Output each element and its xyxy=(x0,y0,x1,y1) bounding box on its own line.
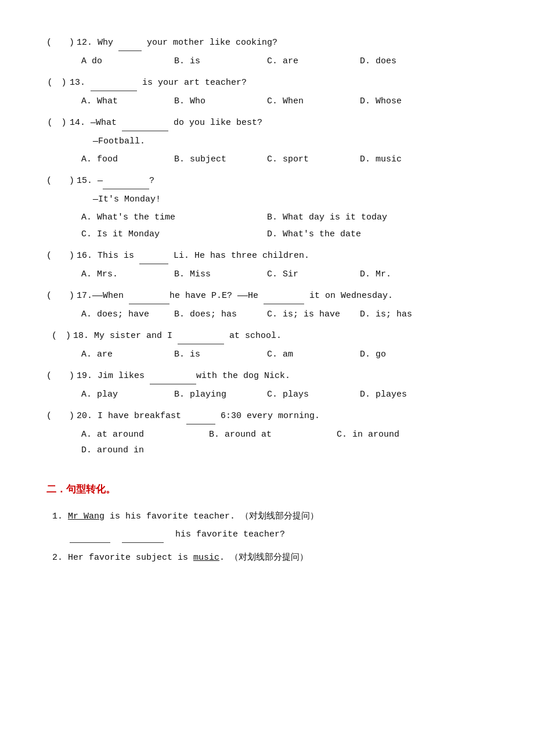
q18-optA: A. are xyxy=(81,347,174,362)
q13-optD: D. Whose xyxy=(360,93,453,109)
q12-blank xyxy=(118,35,142,51)
question-17: ( ) 17.——When he have P.E? ——He it on We… xyxy=(46,288,488,322)
q18-optC: C. am xyxy=(267,347,360,362)
q17-optC: C. is; is have xyxy=(267,307,360,322)
q12-optD: D. does xyxy=(360,53,453,69)
q20-text: 20. I have breakfast 6:30 every morning. xyxy=(77,408,320,424)
q13-paren: ( ) xyxy=(46,75,67,91)
q13-blank xyxy=(91,75,137,91)
q19-options: A. play B. playing C. plays D. playes xyxy=(46,387,488,402)
q15-text: 15. — ? xyxy=(77,173,154,189)
sub-q2-line: 2. Her favorite subject is music. （对划线部分… xyxy=(52,550,488,566)
q12-optC: C. are xyxy=(267,53,360,69)
sub-q1-line: 1. Mr Wang is his favorite teacher. （对划线… xyxy=(52,509,488,524)
q18-blank xyxy=(178,328,224,344)
q14-blank xyxy=(122,115,168,131)
q13-optB: B. Who xyxy=(174,93,267,109)
q19-optB: B. playing xyxy=(174,387,267,402)
q20-optC: C. in around xyxy=(337,427,464,442)
q20-paren: ( ) xyxy=(46,408,74,424)
q18-options: A. are B. is C. am D. go xyxy=(46,347,488,362)
sub-q1-rest: his favorite teacher? xyxy=(175,527,285,543)
q14-paren: ( ) xyxy=(46,115,67,131)
q13-optC: C. When xyxy=(267,93,360,109)
sub-question-2: 2. Her favorite subject is music. （对划线部分… xyxy=(46,550,488,566)
q12-paren: ( ) xyxy=(46,35,74,51)
q14-optA: A. food xyxy=(81,152,174,167)
section2-title: 二．句型转化。 xyxy=(46,481,488,499)
q15-optB: B. What day is it today xyxy=(267,210,453,225)
q16-blank xyxy=(139,248,168,264)
sub-q2-underline: music xyxy=(193,553,219,563)
q17-blank2 xyxy=(264,288,304,304)
q20-options: A. at around B. around at C. in around D… xyxy=(46,427,488,458)
q17-text: 17.——When he have P.E? ——He it on Wednes… xyxy=(77,288,393,304)
q16-text: 16. This is Li. He has three children. xyxy=(77,248,309,264)
q12-optA: A do xyxy=(81,53,174,69)
q15-blank xyxy=(103,173,149,189)
q14-optC: C. sport xyxy=(267,152,360,167)
q12-optB: B. is xyxy=(174,53,267,69)
q17-optB: B. does; has xyxy=(174,307,267,322)
q19-text: 19. Jim likes with the dog Nick. xyxy=(77,368,290,384)
q16-optD: D. Mr. xyxy=(360,267,453,282)
q19-blank xyxy=(150,368,196,384)
q17-options: A. does; have B. does; has C. is; is hav… xyxy=(46,307,488,322)
q16-optC: C. Sir xyxy=(267,267,360,282)
q15-optD: D. What's the date xyxy=(267,226,453,242)
q12-text: 12. Why your mother like cooking? xyxy=(77,35,277,51)
question-13: ( ) 13. is your art teacher? A. What B. … xyxy=(46,75,488,109)
question-18: ( ) 18. My sister and I at school. A. ar… xyxy=(46,328,488,362)
sub-q1-answer: his favorite teacher? xyxy=(52,527,488,543)
q18-optD: D. go xyxy=(360,347,453,362)
q19-optA: A. play xyxy=(81,387,174,402)
question-14: ( ) 14. —What do you like best? —Footbal… xyxy=(46,115,488,167)
q14-options: A. food B. subject C. sport D. music xyxy=(46,152,488,167)
q18-text: 18. My sister and I at school. xyxy=(73,328,282,344)
q15-paren: ( ) xyxy=(46,173,74,189)
question-15: ( ) 15. — ? —It's Monday! A. What's the … xyxy=(46,173,488,242)
sub-q1-fill2 xyxy=(122,527,164,543)
q14-optB: B. subject xyxy=(174,152,267,167)
q15-sub: —It's Monday! xyxy=(46,192,488,207)
question-12: ( ) 12. Why your mother like cooking? A … xyxy=(46,35,488,69)
q17-optD: D. is; has xyxy=(360,307,453,322)
q18-paren: ( ) xyxy=(46,328,71,344)
sub-q1-underline: Mr Wang xyxy=(68,512,104,521)
q16-optB: B. Miss xyxy=(174,267,267,282)
q17-blank1 xyxy=(129,288,169,304)
question-16: ( ) 16. This is Li. He has three childre… xyxy=(46,248,488,282)
q18-optB: B. is xyxy=(174,347,267,362)
q13-text: 13. is your art teacher? xyxy=(70,75,247,91)
q14-sub: —Football. xyxy=(46,134,488,149)
q16-paren: ( ) xyxy=(46,248,74,264)
q20-optA: A. at around xyxy=(81,427,209,442)
question-19: ( ) 19. Jim likes with the dog Nick. A. … xyxy=(46,368,488,402)
q19-optC: C. plays xyxy=(267,387,360,402)
q20-optB: B. around at xyxy=(209,427,337,442)
q19-optD: D. playes xyxy=(360,387,453,402)
q14-text: 14. —What do you like best? xyxy=(70,115,262,131)
sub-q1-fill1 xyxy=(70,527,110,543)
q15-options: A. What's the time B. What day is it tod… xyxy=(46,210,453,242)
question-20: ( ) 20. I have breakfast 6:30 every morn… xyxy=(46,408,488,458)
q16-optA: A. Mrs. xyxy=(81,267,174,282)
q12-options: A do B. is C. are D. does xyxy=(46,53,488,69)
q17-optA: A. does; have xyxy=(81,307,174,322)
q15-optA: A. What's the time xyxy=(81,210,267,225)
q20-blank xyxy=(186,408,215,424)
q17-paren: ( ) xyxy=(46,288,74,304)
q15-optC: C. Is it Monday xyxy=(81,226,267,242)
q20-optD: D. around in xyxy=(81,442,209,458)
q14-optD: D. music xyxy=(360,152,453,167)
sub-question-1: 1. Mr Wang is his favorite teacher. （对划线… xyxy=(46,509,488,543)
q13-options: A. What B. Who C. When D. Whose xyxy=(46,93,488,109)
q16-options: A. Mrs. B. Miss C. Sir D. Mr. xyxy=(46,267,488,282)
q13-optA: A. What xyxy=(81,93,174,109)
q19-paren: ( ) xyxy=(46,368,74,384)
